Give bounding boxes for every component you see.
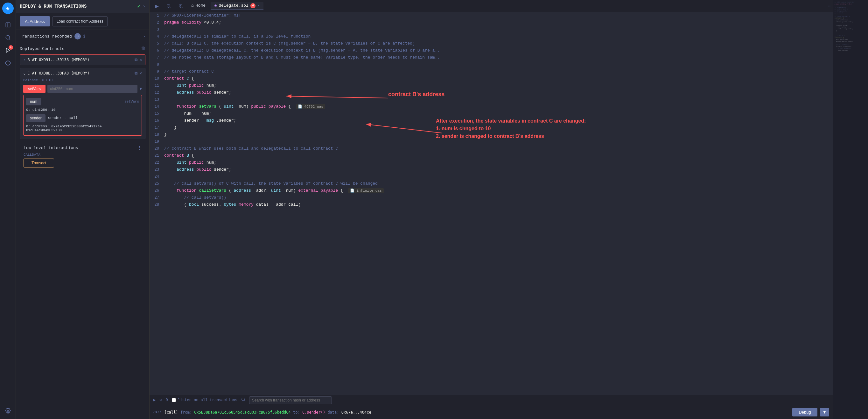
num-row: num setVars bbox=[26, 98, 139, 106]
low-level-section: Low level interactions ⋮ CALLDATA Transa… bbox=[20, 142, 146, 171]
tab-home-label: Home bbox=[196, 3, 206, 8]
sidebar: DEPLOY & RUN TRANSACTIONS ✓ › At Address… bbox=[16, 0, 150, 419]
contract-c-copy-icon[interactable]: ⧉ bbox=[134, 71, 137, 76]
transaction-search-input[interactable] bbox=[249, 396, 332, 404]
info-icon[interactable]: ℹ bbox=[83, 34, 85, 39]
sidebar-item-plugin[interactable] bbox=[2, 57, 14, 69]
code-line-2: 2 pragma solidity ^0.8.4; bbox=[150, 19, 833, 26]
contract-b-item: › B AT 0XD91...39138 (MEMORY) ⧉ ✕ bbox=[20, 55, 146, 65]
code-line-22: 22 uint public num; bbox=[150, 159, 833, 166]
zoom-in-button[interactable] bbox=[175, 3, 186, 9]
code-line-23: 23 address public sender; bbox=[150, 166, 833, 173]
contract-c-arrow[interactable]: ⌄ bbox=[23, 71, 26, 76]
contract-b-arrow[interactable]: › bbox=[23, 58, 26, 62]
code-line-8: 8 bbox=[150, 61, 833, 68]
tab-delegate[interactable]: ◉ delegate.sol 4 ✕ bbox=[211, 2, 263, 10]
listen-transactions-label: listen on all transactions bbox=[172, 398, 237, 402]
code-line-20: 20 // contract B which uses both call an… bbox=[150, 145, 833, 152]
contract-c-close-icon[interactable]: ✕ bbox=[140, 71, 142, 76]
deployed-contracts-title: Deployed Contracts bbox=[20, 47, 141, 51]
svg-line-3 bbox=[9, 38, 10, 39]
main-content: ▶ ⌂ Home ◉ delegate.sol 4 ✕ ⋯ bbox=[150, 0, 833, 419]
check-icon: ✓ bbox=[137, 3, 140, 9]
setvars-input[interactable] bbox=[48, 85, 137, 93]
low-level-title: Low level interactions bbox=[24, 146, 137, 150]
stop-status-icon[interactable]: ⊘ bbox=[159, 398, 162, 402]
contract-c-item: ⌄ C AT 0XD8B...33FA8 (MEMORY) ⧉ ✕ Balanc… bbox=[20, 68, 146, 139]
tab-close-icon[interactable]: ✕ bbox=[257, 3, 260, 8]
sidebar-item-settings[interactable] bbox=[2, 405, 14, 416]
listen-transactions-checkbox[interactable] bbox=[172, 398, 176, 402]
load-contract-button[interactable]: Load contract from Address bbox=[53, 16, 107, 26]
debug-dropdown-button[interactable]: ▼ bbox=[820, 408, 829, 416]
home-icon: ⌂ bbox=[191, 3, 194, 8]
calldata-label: CALLDATA bbox=[24, 153, 142, 157]
debug-button[interactable]: Debug bbox=[792, 408, 817, 416]
expand-icon[interactable]: › bbox=[143, 4, 146, 9]
code-line-5: 5 // call: B call C, the execution conte… bbox=[150, 40, 833, 47]
output-box: num setVars 0: uint256: 10 sender sender… bbox=[23, 95, 142, 136]
contract-b-close-icon[interactable]: ✕ bbox=[140, 57, 142, 62]
num-button[interactable]: num bbox=[26, 98, 41, 106]
sender-call-label: sender - call bbox=[48, 116, 78, 120]
call-bar: CALL [call] from: 0x5B38Da6a701c568545dC… bbox=[150, 405, 833, 419]
svg-point-17 bbox=[242, 398, 245, 401]
num-value: 0: uint256: 10 bbox=[26, 107, 139, 112]
transaction-count-badge: 3 bbox=[74, 33, 81, 39]
sender-value: 0: address: 0x9145CCE52D386f254917e481eB… bbox=[26, 124, 139, 133]
tab-more-icon[interactable]: ⋯ bbox=[828, 3, 831, 9]
contract-b-header: › B AT 0XD91...39138 (MEMORY) ⧉ ✕ bbox=[20, 55, 145, 65]
sidebar-header: DEPLOY & RUN TRANSACTIONS ✓ › bbox=[16, 0, 149, 13]
setvars-button[interactable]: setVars bbox=[23, 85, 45, 93]
code-line-21: 21 contract B { bbox=[150, 152, 833, 159]
call-text: [call] from: 0x5B38Da6a701c568545dCFcB03… bbox=[164, 410, 790, 415]
trash-icon[interactable]: 🗑 bbox=[141, 46, 146, 51]
play-status-icon[interactable]: ▶ bbox=[153, 398, 156, 402]
more-icon[interactable]: ⋮ bbox=[137, 145, 142, 150]
sender-button[interactable]: sender bbox=[26, 114, 45, 122]
code-editor: contract B's address After execution, th… bbox=[150, 12, 833, 395]
sidebar-item-files[interactable] bbox=[2, 19, 14, 31]
svg-marker-5 bbox=[5, 61, 10, 66]
deployed-section: Deployed Contracts 🗑 › B AT 0XD91...3913… bbox=[16, 43, 149, 174]
code-line-1: 1 // SPDX-License-Identifier: MIT bbox=[150, 12, 833, 19]
code-line-9: 9 // target contract C bbox=[150, 68, 833, 75]
code-line-18: 18 } bbox=[150, 131, 833, 138]
low-level-header: Low level interactions ⋮ bbox=[24, 145, 142, 150]
code-line-6: 6 // delegatecall: B delegatecall C, the… bbox=[150, 47, 833, 54]
code-line-17: 17 } bbox=[150, 124, 833, 131]
at-address-button[interactable]: At Address bbox=[20, 16, 50, 26]
search-status-icon[interactable] bbox=[241, 397, 245, 403]
zoom-out-button[interactable] bbox=[163, 3, 174, 9]
transactions-expand-arrow[interactable]: › bbox=[143, 34, 146, 39]
transact-button[interactable]: Transact bbox=[24, 158, 54, 168]
setvars-row: setVars ▼ bbox=[23, 85, 142, 93]
tab-home[interactable]: ⌂ Home bbox=[187, 2, 209, 10]
sender-row: sender sender - call bbox=[26, 114, 139, 122]
code-line-10: 10 contract C { bbox=[150, 75, 833, 82]
sidebar-item-deploy[interactable]: 4 bbox=[2, 44, 14, 56]
code-line-19: 19 bbox=[150, 138, 833, 145]
file-icon: ◉ bbox=[214, 3, 217, 8]
code-line-3: 3 bbox=[150, 26, 833, 33]
code-line-24: 24 bbox=[150, 173, 833, 180]
code-line-15: 15 num = _num; bbox=[150, 110, 833, 117]
contract-c-balance: Balance: 0 ETH bbox=[23, 78, 142, 82]
setvars-output-label: setVars bbox=[124, 100, 139, 103]
tab-badge: 4 bbox=[250, 3, 255, 8]
svg-line-8 bbox=[169, 7, 170, 8]
minimap: // SPDX-License-Identifier pragma solidi… bbox=[833, 0, 868, 419]
code-line-14: 14 function setVars ( uint _num) public … bbox=[150, 103, 833, 110]
deploy-badge: 4 bbox=[8, 45, 13, 50]
contract-c-expanded: Balance: 0 ETH setVars ▼ num setVars 0: … bbox=[20, 78, 145, 139]
transaction-count-status: 0 bbox=[165, 398, 168, 402]
setvars-dropdown-arrow[interactable]: ▼ bbox=[140, 87, 142, 91]
icon-bar: ◈ 4 bbox=[0, 0, 16, 419]
code-line-28: 28 ( bool success. bytes memory data) = … bbox=[150, 201, 833, 208]
play-button[interactable]: ▶ bbox=[152, 2, 162, 10]
contract-b-copy-icon[interactable]: ⧉ bbox=[134, 58, 137, 62]
sidebar-item-search[interactable] bbox=[2, 32, 14, 43]
code-line-12: 12 address public sender; bbox=[150, 89, 833, 96]
contract-b-name: B AT 0XD91...39138 (MEMORY) bbox=[27, 58, 133, 62]
tab-delegate-label: delegate.sol bbox=[219, 3, 248, 8]
